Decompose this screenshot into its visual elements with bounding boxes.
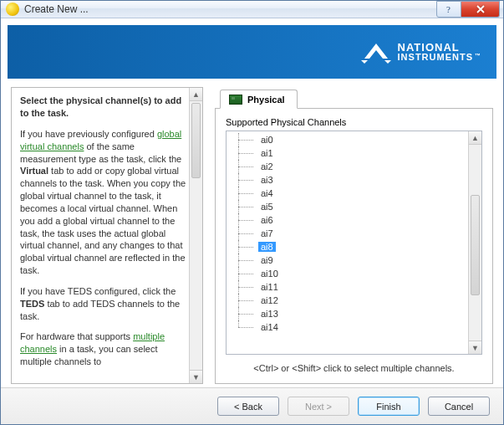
back-button[interactable]: < Back <box>217 397 279 416</box>
brand-banner: NATIONAL INSTRUMENTS™ <box>8 25 496 79</box>
help-panel: Select the physical channel(s) to add to… <box>11 87 203 384</box>
tab-body: Supported Physical Channels ai0ai1ai2ai3… <box>215 108 493 384</box>
help-scrollbar[interactable]: ▲ ▼ <box>189 88 202 383</box>
finish-button[interactable]: Finish <box>358 397 420 416</box>
channel-item[interactable]: ai10 <box>227 267 468 280</box>
next-button: Next > <box>288 397 349 416</box>
scroll-track[interactable] <box>190 101 202 370</box>
help-heading: Select the physical channel(s) to add to… <box>20 95 181 118</box>
channel-label: ai13 <box>258 309 281 319</box>
board-icon <box>229 95 242 105</box>
dialog-window: Create New ... ? NATIONAL <box>0 0 504 425</box>
scroll-up-icon[interactable]: ▲ <box>190 88 202 101</box>
svg-text:?: ? <box>446 4 451 14</box>
tab-label: Physical <box>247 95 285 105</box>
channel-label: ai11 <box>258 282 281 292</box>
scroll-down-icon[interactable]: ▼ <box>469 341 481 354</box>
tab-strip: Physical <box>215 87 493 109</box>
channel-item[interactable]: ai14 <box>227 320 468 334</box>
channel-item[interactable]: ai0 <box>227 133 468 146</box>
scroll-up-icon[interactable]: ▲ <box>469 131 481 145</box>
channel-item[interactable]: ai5 <box>227 200 468 213</box>
channel-item[interactable]: ai2 <box>227 160 468 173</box>
channel-item[interactable]: ai9 <box>227 253 468 267</box>
help-text: Select the physical channel(s) to add to… <box>20 95 187 368</box>
multiselect-hint: <Ctrl> or <Shift> click to select multip… <box>226 355 482 376</box>
main-area: Select the physical channel(s) to add to… <box>1 79 503 387</box>
channel-label: ai2 <box>258 161 276 172</box>
scroll-thumb[interactable] <box>191 103 201 178</box>
channel-item[interactable]: ai13 <box>227 307 468 320</box>
scroll-thumb[interactable] <box>471 195 480 295</box>
channel-label: ai12 <box>258 295 281 305</box>
client-area: NATIONAL INSTRUMENTS™ Select the physica… <box>1 18 503 424</box>
supported-label: Supported Physical Channels <box>226 117 482 127</box>
ni-logo: NATIONAL INSTRUMENTS™ <box>361 40 481 64</box>
scroll-down-icon[interactable]: ▼ <box>190 370 202 383</box>
button-bar: < Back Next > Finish Cancel <box>1 387 503 424</box>
channel-label: ai8 <box>258 242 276 252</box>
brand-line2: INSTRUMENTS <box>398 52 473 62</box>
channel-label: ai5 <box>258 202 276 212</box>
channel-item[interactable]: ai11 <box>227 280 468 294</box>
channel-label: ai9 <box>258 255 276 265</box>
channel-label: ai10 <box>258 269 281 279</box>
tab-physical[interactable]: Physical <box>220 90 298 109</box>
channel-label: ai4 <box>258 188 276 198</box>
channel-label: ai3 <box>258 175 276 185</box>
brand-text: NATIONAL INSTRUMENTS™ <box>398 42 481 62</box>
channel-item[interactable]: ai4 <box>227 187 468 200</box>
eagle-icon <box>361 40 391 64</box>
help-button[interactable]: ? <box>436 1 461 18</box>
channel-tree[interactable]: ai0ai1ai2ai3ai4ai5ai6ai7ai8ai9ai10ai11ai… <box>226 131 482 355</box>
app-icon <box>6 3 19 16</box>
channel-list: ai0ai1ai2ai3ai4ai5ai6ai7ai8ai9ai10ai11ai… <box>227 131 468 335</box>
titlebar: Create New ... ? <box>1 1 503 18</box>
channel-label: ai6 <box>258 215 276 225</box>
channel-item[interactable]: ai3 <box>227 173 468 187</box>
channel-label: ai1 <box>258 148 276 158</box>
channel-item[interactable]: ai7 <box>227 227 468 240</box>
channel-panel: Physical Supported Physical Channels ai0… <box>215 87 493 384</box>
channel-label: ai7 <box>258 228 276 238</box>
channel-item[interactable]: ai6 <box>227 213 468 227</box>
channel-item[interactable]: ai1 <box>227 146 468 160</box>
channel-item[interactable]: ai12 <box>227 294 468 307</box>
window-title: Create New ... <box>24 3 436 15</box>
window-controls: ? <box>436 1 500 18</box>
channel-label: ai0 <box>258 135 276 145</box>
close-button[interactable] <box>461 1 500 18</box>
scroll-track[interactable] <box>469 145 481 341</box>
cancel-button[interactable]: Cancel <box>428 397 490 416</box>
channel-item[interactable]: ai8 <box>227 240 468 253</box>
tree-scrollbar[interactable]: ▲ ▼ <box>468 131 481 354</box>
channel-label: ai14 <box>258 322 281 332</box>
